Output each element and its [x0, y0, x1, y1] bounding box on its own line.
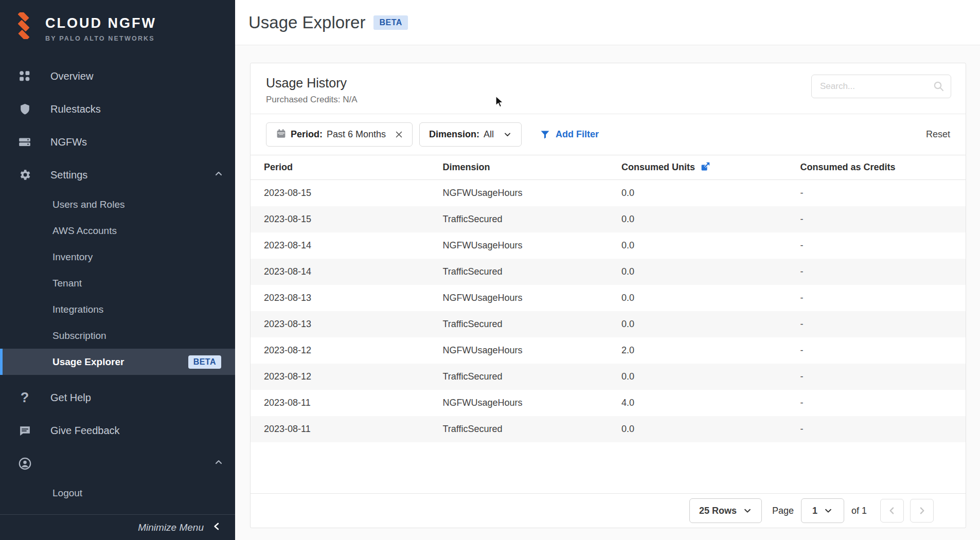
table-cell: -	[787, 266, 966, 277]
sidebar-item-aws-accounts[interactable]: AWS Accounts	[0, 218, 235, 244]
search-input[interactable]	[811, 75, 951, 98]
page-number-select[interactable]: 1	[801, 498, 844, 523]
chevron-up-icon	[213, 457, 224, 470]
table-cell: NGFWUsageHours	[430, 188, 609, 199]
table-cell: 4.0	[608, 398, 787, 408]
sidebar-item-usage-explorer[interactable]: Usage Explorer BETA	[0, 349, 235, 375]
column-header-dimension[interactable]: Dimension	[430, 162, 609, 173]
sidebar-item-user-account[interactable]	[0, 447, 235, 480]
table-cell: 0.0	[608, 371, 787, 382]
period-filter-chip[interactable]: Period: Past 6 Months	[266, 122, 413, 147]
page-header: Usage Explorer BETA	[235, 0, 980, 45]
table-cell: 0.0	[608, 188, 787, 199]
table-row[interactable]: 2023-08-12TrafficSecured0.0-	[251, 364, 966, 390]
table-cell: 0.0	[608, 424, 787, 435]
rows-per-page-select[interactable]: 25 Rows	[689, 498, 762, 523]
close-icon[interactable]	[395, 131, 403, 138]
chevron-down-icon	[743, 506, 752, 515]
table-cell: 2023-08-13	[251, 319, 430, 330]
next-page-button[interactable]	[910, 499, 934, 523]
table-cell: 0.0	[608, 293, 787, 303]
palo-alto-logo-icon	[10, 12, 37, 39]
sidebar-item-logout[interactable]: Logout	[0, 480, 235, 506]
brand-tagline: BY PALO ALTO NETWORKS	[45, 35, 156, 42]
column-header-period[interactable]: Period	[251, 162, 430, 173]
usage-history-panel: Usage History Purchased Credits: N/A	[250, 63, 966, 528]
table-cell: TrafficSecured	[430, 214, 609, 225]
sidebar-item-get-help[interactable]: ? Get Help	[0, 381, 235, 414]
search-box	[811, 75, 951, 98]
table-cell: TrafficSecured	[430, 424, 609, 435]
chevron-left-icon	[887, 506, 897, 516]
brand-logo-block: CLOUD NGFW BY PALO ALTO NETWORKS	[0, 0, 235, 60]
table-cell: TrafficSecured	[430, 319, 609, 330]
chevron-left-icon	[212, 521, 222, 533]
gear-icon	[17, 168, 32, 182]
table-cell: 2.0	[608, 345, 787, 356]
user-avatar-icon	[17, 456, 32, 471]
sidebar-item-rulestacks[interactable]: Rulestacks	[0, 93, 235, 125]
add-filter-button[interactable]: Add Filter	[540, 129, 599, 140]
table-row[interactable]: 2023-08-12NGFWUsageHours2.0-	[251, 337, 966, 364]
chevron-down-icon	[824, 506, 833, 515]
table-row[interactable]: 2023-08-15NGFWUsageHours0.0-	[251, 180, 966, 206]
table-cell: -	[787, 240, 966, 251]
reset-button[interactable]: Reset	[926, 129, 950, 140]
table-cell: 2023-08-15	[251, 188, 430, 199]
table-row[interactable]: 2023-08-15TrafficSecured0.0-	[251, 206, 966, 232]
table-cell: -	[787, 371, 966, 382]
brand-name: CLOUD NGFW	[45, 15, 156, 31]
table-cell: NGFWUsageHours	[430, 293, 609, 303]
panel-header: Usage History Purchased Credits: N/A	[251, 63, 966, 114]
table-row[interactable]: 2023-08-11TrafficSecured0.0-	[251, 416, 966, 442]
table-cell: 2023-08-11	[251, 398, 430, 408]
sidebar-item-users-and-roles[interactable]: Users and Roles	[0, 191, 235, 218]
dimension-filter-chip[interactable]: Dimension: All	[419, 122, 522, 147]
page-count-label: of 1	[851, 506, 867, 516]
table-cell: NGFWUsageHours	[430, 398, 609, 408]
table-row[interactable]: 2023-08-13NGFWUsageHours0.0-	[251, 285, 966, 311]
table-cell: -	[787, 319, 966, 330]
table-cell: -	[787, 214, 966, 225]
minimize-menu-button[interactable]: Minimize Menu	[0, 515, 235, 540]
table-cell: 2023-08-13	[251, 293, 430, 303]
table-cell: TrafficSecured	[430, 266, 609, 277]
table-cell: -	[787, 398, 966, 408]
chevron-down-icon	[503, 130, 512, 139]
filter-bar: Period: Past 6 Months Dimension: All	[251, 114, 966, 155]
sidebar-item-overview[interactable]: Overview	[0, 60, 235, 93]
sidebar-item-subscription[interactable]: Subscription	[0, 322, 235, 349]
table-cell: 2023-08-12	[251, 371, 430, 382]
table-row[interactable]: 2023-08-14NGFWUsageHours0.0-	[251, 232, 966, 259]
funnel-icon	[540, 129, 550, 140]
beta-badge: BETA	[188, 355, 221, 369]
table-cell: 0.0	[608, 266, 787, 277]
table-cell: -	[787, 345, 966, 356]
sidebar-item-ngfws[interactable]: NGFWs	[0, 125, 235, 158]
table-cell: TrafficSecured	[430, 371, 609, 382]
beta-badge: BETA	[373, 15, 407, 30]
table-row[interactable]: 2023-08-14TrafficSecured0.0-	[251, 259, 966, 285]
search-icon[interactable]	[933, 80, 945, 95]
content-area: Usage History Purchased Credits: N/A	[235, 45, 980, 540]
sidebar-item-give-feedback[interactable]: Give Feedback	[0, 414, 235, 447]
table-cell: -	[787, 188, 966, 199]
table-cell: NGFWUsageHours	[430, 345, 609, 356]
table-cell: NGFWUsageHours	[430, 240, 609, 251]
sidebar-item-inventory[interactable]: Inventory	[0, 244, 235, 270]
table-cell: 2023-08-14	[251, 266, 430, 277]
shield-icon	[17, 102, 32, 116]
sidebar-item-integrations[interactable]: Integrations	[0, 296, 235, 322]
sidebar-item-tenant[interactable]: Tenant	[0, 270, 235, 296]
column-header-consumed-as-credits[interactable]: Consumed as Credits	[787, 162, 966, 173]
table-cell: -	[787, 424, 966, 435]
column-header-consumed-units[interactable]: Consumed Units	[608, 162, 787, 173]
pagination-bar: 25 Rows Page 1 of 1	[251, 493, 966, 528]
table-row[interactable]: 2023-08-11NGFWUsageHours4.0-	[251, 390, 966, 416]
external-link-icon[interactable]	[700, 161, 711, 172]
previous-page-button[interactable]	[880, 499, 904, 523]
sidebar-item-settings[interactable]: Settings	[0, 158, 235, 191]
page-title: Usage Explorer	[248, 13, 365, 32]
question-mark-icon: ?	[17, 390, 32, 405]
table-row[interactable]: 2023-08-13TrafficSecured0.0-	[251, 311, 966, 337]
